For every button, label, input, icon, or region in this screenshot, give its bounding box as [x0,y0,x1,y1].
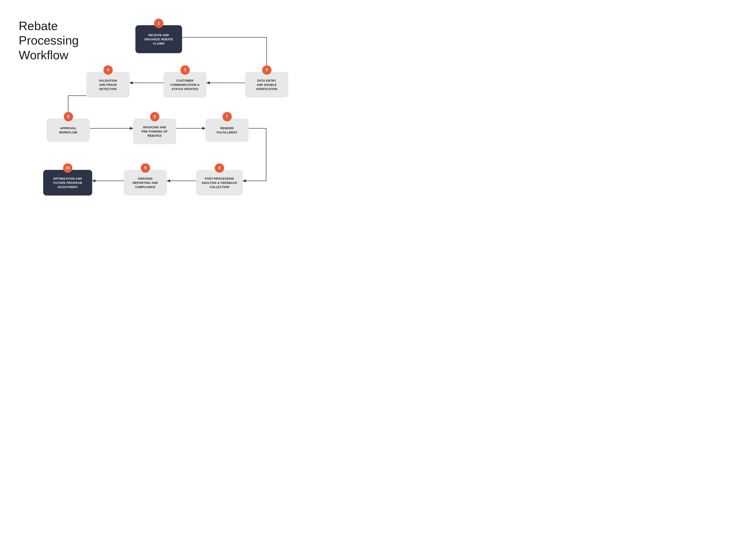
node-badge-1: 1 [154,19,163,28]
node-label-9: ONGOING REPORTING AND COMPLIANCE [133,177,158,189]
node-badge-9: 9 [141,163,150,173]
node-badge-10: 10 [63,163,72,173]
node-box-5: APPROVAL WORKFLOW [47,118,90,142]
node-badge-3: 3 [180,65,190,75]
node-badge-4: 4 [103,65,113,75]
node-badge-6: 6 [150,112,159,121]
node-label-6: INVOICING AND PRE-FUNDING OF REBATES [142,125,168,138]
node-label-8: POST-PROCESSING ANALYSIS & FEEDBACK COLL… [202,177,237,189]
node-label-7: REWARD FULFILLMENT [216,126,237,135]
node-wrapper-3: 3CUSTOMER COMMUNICATION & STATUS UPDATES [163,70,207,96]
node-wrapper-6: 6INVOICING AND PRE-FUNDING OF REBATES [133,117,176,142]
node-label-4: VALIDATION AND FRAUD DETECTION [99,79,117,91]
node-box-3: CUSTOMER COMMUNICATION & STATUS UPDATES [163,72,207,98]
node-label-2: DATA ENTRY AND DOUBLE VERIFICATION [256,79,277,91]
node-box-6: INVOICING AND PRE-FUNDING OF REBATES [133,118,176,144]
node-wrapper-4: 4VALIDATION AND FRAUD DETECTION [86,70,130,96]
node-wrapper-5: 5APPROVAL WORKFLOW [47,117,90,140]
node-wrapper-1: 1RECEIVE AND ORGANIZE REBATE CLAIMS [135,23,182,51]
node-box-4: VALIDATION AND FRAUD DETECTION [86,72,130,98]
node-badge-8: 8 [215,163,224,173]
node-box-1: RECEIVE AND ORGANIZE REBATE CLAIMS [135,25,182,53]
node-badge-5: 5 [64,112,73,121]
node-label-10: OPTIMIZATION AND FUTURE PROGRAM ADJUSTME… [53,177,82,189]
page-title: Rebate Processing Workflow [19,19,79,62]
node-box-8: POST-PROCESSING ANALYSIS & FEEDBACK COLL… [196,170,243,195]
node-label-5: APPROVAL WORKFLOW [59,126,77,135]
node-wrapper-10: 10OPTIMIZATION AND FUTURE PROGRAM ADJUST… [43,168,92,194]
node-wrapper-2: 2DATA ENTRY AND DOUBLE VERIFICATION [245,70,288,96]
node-wrapper-7: 7REWARD FULFILLMENT [205,117,249,140]
node-box-10: OPTIMIZATION AND FUTURE PROGRAM ADJUSTME… [43,170,92,195]
node-wrapper-8: 8POST-PROCESSING ANALYSIS & FEEDBACK COL… [196,168,243,194]
node-wrapper-9: 9ONGOING REPORTING AND COMPLIANCE [124,168,167,194]
node-label-1: RECEIVE AND ORGANIZE REBATE CLAIMS [144,33,173,46]
node-box-7: REWARD FULFILLMENT [205,118,249,142]
node-box-9: ONGOING REPORTING AND COMPLIANCE [124,170,167,195]
node-badge-2: 2 [262,65,272,75]
node-badge-7: 7 [223,112,232,121]
node-label-3: CUSTOMER COMMUNICATION & STATUS UPDATES [171,79,200,91]
node-box-2: DATA ENTRY AND DOUBLE VERIFICATION [245,72,288,98]
